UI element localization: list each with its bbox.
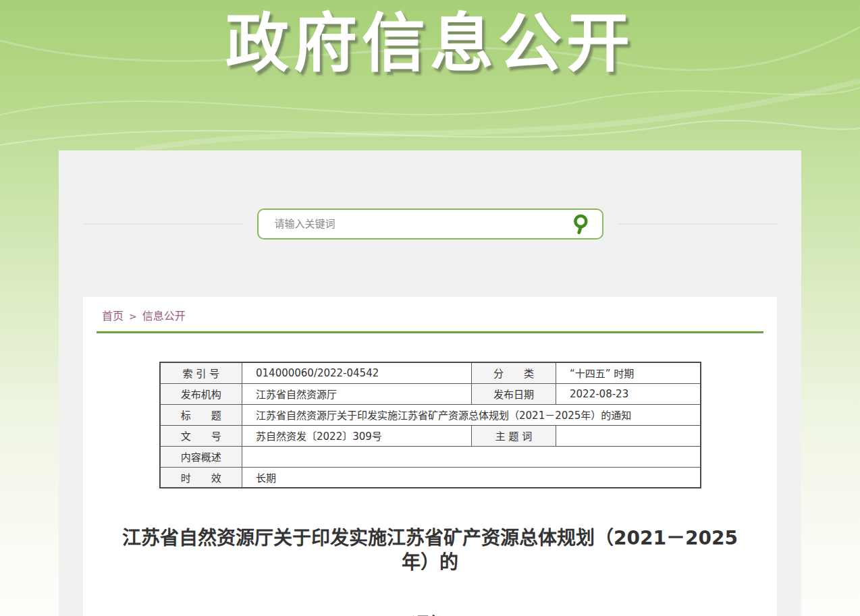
breadcrumb-section[interactable]: 信息公开 <box>142 310 186 323</box>
meta-date-label: 发布日期 <box>472 383 556 404</box>
meta-summary-value <box>242 446 701 467</box>
table-row: 索 引 号 014000060/2022-04542 分 类 “十四五” 时期 <box>160 362 701 383</box>
table-row: 时 效 长期 <box>160 467 701 488</box>
search-button[interactable] <box>568 211 594 237</box>
search-input[interactable] <box>275 218 568 230</box>
meta-title-value: 江苏省自然资源厅关于印发实施江苏省矿产资源总体规划（2021－2025年）的通知 <box>242 404 701 425</box>
meta-summary-label: 内容概述 <box>160 446 242 467</box>
table-row: 发布机构 江苏省自然资源厅 发布日期 2022-08-23 <box>160 383 701 404</box>
meta-category-value: “十四五” 时期 <box>556 362 701 383</box>
article-card: 首页>信息公开 索 引 号 014000060/2022-04542 分 类 “… <box>83 297 777 616</box>
table-row: 标 题 江苏省自然资源厅关于印发实施江苏省矿产资源总体规划（2021－2025年… <box>160 404 701 425</box>
meta-title-label: 标 题 <box>160 404 242 425</box>
meta-validity-label: 时 效 <box>160 467 242 488</box>
meta-index-value: 014000060/2022-04542 <box>242 362 472 383</box>
meta-agency-label: 发布机构 <box>160 383 242 404</box>
banner: 政府信息公开 <box>0 0 860 150</box>
document-meta-table: 索 引 号 014000060/2022-04542 分 类 “十四五” 时期 … <box>159 362 701 488</box>
meta-subject-label: 主 题 词 <box>472 425 556 446</box>
content-panel: 首页>信息公开 索 引 号 014000060/2022-04542 分 类 “… <box>59 150 801 616</box>
search-icon <box>570 213 592 235</box>
divider-line-right <box>617 223 778 225</box>
green-divider <box>97 331 763 333</box>
article-title-line1: 江苏省自然资源厅关于印发实施江苏省矿产资源总体规划（2021－2025年）的 <box>83 526 777 576</box>
meta-index-label: 索 引 号 <box>160 362 242 383</box>
meta-agency-value: 江苏省自然资源厅 <box>242 383 472 404</box>
meta-validity-value: 长期 <box>242 467 701 488</box>
page-title: 政府信息公开 <box>0 11 860 78</box>
table-row: 文 号 苏自然资发〔2022〕309号 主 题 词 <box>160 425 701 446</box>
meta-docnum-value: 苏自然资发〔2022〕309号 <box>242 425 472 446</box>
article-title-line2: 通知 <box>83 613 777 616</box>
meta-category-label: 分 类 <box>472 362 556 383</box>
table-row: 内容概述 <box>160 446 701 467</box>
search-box <box>257 208 603 240</box>
page-background: 政府信息公开 首页>信息公开 <box>0 0 860 616</box>
divider-line-left <box>83 223 244 225</box>
meta-subject-value <box>556 425 701 446</box>
meta-date-value: 2022-08-23 <box>556 383 701 404</box>
meta-docnum-label: 文 号 <box>160 425 242 446</box>
breadcrumb-separator: > <box>129 311 137 322</box>
search-bar <box>83 150 777 240</box>
breadcrumb-home[interactable]: 首页 <box>102 310 124 323</box>
breadcrumb: 首页>信息公开 <box>83 307 777 323</box>
